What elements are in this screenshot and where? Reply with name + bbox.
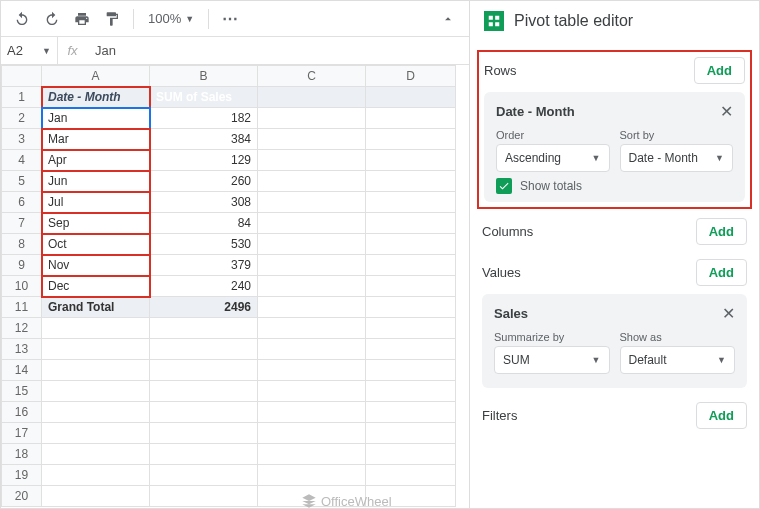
cell[interactable] bbox=[366, 318, 456, 339]
cell[interactable] bbox=[258, 381, 366, 402]
col-header[interactable]: C bbox=[258, 66, 366, 87]
cell[interactable] bbox=[366, 465, 456, 486]
cell[interactable]: 530 bbox=[150, 234, 258, 255]
cell[interactable] bbox=[258, 318, 366, 339]
row-header[interactable]: 2 bbox=[2, 108, 42, 129]
col-header[interactable]: A bbox=[42, 66, 150, 87]
row-header[interactable]: 6 bbox=[2, 192, 42, 213]
add-values-button[interactable]: Add bbox=[696, 259, 747, 286]
formula-input[interactable]: Jan bbox=[87, 43, 469, 58]
cell[interactable] bbox=[150, 381, 258, 402]
row-header[interactable]: 1 bbox=[2, 87, 42, 108]
cell[interactable]: Sep bbox=[42, 213, 150, 234]
cell[interactable] bbox=[150, 423, 258, 444]
cell[interactable] bbox=[150, 486, 258, 507]
name-box[interactable]: A2 ▼ bbox=[1, 43, 57, 58]
select-all-corner[interactable] bbox=[2, 66, 42, 87]
cell[interactable] bbox=[42, 423, 150, 444]
sortby-dropdown[interactable]: Date - Month ▼ bbox=[620, 144, 734, 172]
cell[interactable]: Dec bbox=[42, 276, 150, 297]
row-header[interactable]: 7 bbox=[2, 213, 42, 234]
cell[interactable] bbox=[42, 339, 150, 360]
cell[interactable] bbox=[258, 255, 366, 276]
close-icon[interactable]: ✕ bbox=[722, 304, 735, 323]
cell[interactable] bbox=[366, 108, 456, 129]
more-button[interactable]: ⋯ bbox=[217, 6, 243, 32]
cell[interactable] bbox=[366, 129, 456, 150]
cell[interactable] bbox=[366, 192, 456, 213]
cell[interactable] bbox=[366, 276, 456, 297]
cell[interactable] bbox=[42, 486, 150, 507]
cell[interactable] bbox=[150, 465, 258, 486]
cell[interactable]: SUM of Sales bbox=[150, 87, 258, 108]
cell[interactable] bbox=[150, 360, 258, 381]
row-header[interactable]: 13 bbox=[2, 339, 42, 360]
cell[interactable]: Oct bbox=[42, 234, 150, 255]
cell[interactable]: 129 bbox=[150, 150, 258, 171]
cell[interactable] bbox=[42, 360, 150, 381]
row-header[interactable]: 8 bbox=[2, 234, 42, 255]
cell[interactable]: Jul bbox=[42, 192, 150, 213]
add-columns-button[interactable]: Add bbox=[696, 218, 747, 245]
cell[interactable] bbox=[258, 339, 366, 360]
cell[interactable]: Apr bbox=[42, 150, 150, 171]
cell[interactable]: 308 bbox=[150, 192, 258, 213]
cell[interactable] bbox=[366, 297, 456, 318]
cell[interactable]: 379 bbox=[150, 255, 258, 276]
cell[interactable]: Nov bbox=[42, 255, 150, 276]
row-header[interactable]: 10 bbox=[2, 276, 42, 297]
cell[interactable]: Mar bbox=[42, 129, 150, 150]
row-header[interactable]: 15 bbox=[2, 381, 42, 402]
show-totals-checkbox[interactable] bbox=[496, 178, 512, 194]
cell[interactable]: Date - Month bbox=[42, 87, 150, 108]
row-header[interactable]: 3 bbox=[2, 129, 42, 150]
spreadsheet-grid[interactable]: A B C D 1 Date - Month SUM of Sales 2 Ja… bbox=[1, 65, 469, 508]
add-filters-button[interactable]: Add bbox=[696, 402, 747, 429]
cell[interactable]: 384 bbox=[150, 129, 258, 150]
cell[interactable] bbox=[258, 234, 366, 255]
cell[interactable]: Grand Total bbox=[42, 297, 150, 318]
summarize-dropdown[interactable]: SUM ▼ bbox=[494, 346, 610, 374]
row-header[interactable]: 14 bbox=[2, 360, 42, 381]
redo-button[interactable] bbox=[39, 6, 65, 32]
cell[interactable] bbox=[258, 423, 366, 444]
cell[interactable] bbox=[42, 444, 150, 465]
row-header[interactable]: 5 bbox=[2, 171, 42, 192]
cell[interactable] bbox=[258, 108, 366, 129]
col-header[interactable]: B bbox=[150, 66, 258, 87]
cell[interactable] bbox=[366, 213, 456, 234]
zoom-dropdown[interactable]: 100% ▼ bbox=[142, 11, 200, 26]
cell[interactable] bbox=[150, 318, 258, 339]
cell[interactable] bbox=[150, 339, 258, 360]
cell[interactable] bbox=[366, 402, 456, 423]
cell[interactable] bbox=[258, 171, 366, 192]
row-header[interactable]: 20 bbox=[2, 486, 42, 507]
cell[interactable] bbox=[258, 213, 366, 234]
cell[interactable] bbox=[258, 465, 366, 486]
cell-selected[interactable]: Jan bbox=[42, 108, 150, 129]
cell[interactable] bbox=[258, 297, 366, 318]
cell[interactable] bbox=[258, 276, 366, 297]
cell[interactable] bbox=[258, 192, 366, 213]
row-header[interactable]: 17 bbox=[2, 423, 42, 444]
cell[interactable] bbox=[366, 339, 456, 360]
cell[interactable] bbox=[366, 360, 456, 381]
cell[interactable] bbox=[366, 444, 456, 465]
showas-dropdown[interactable]: Default ▼ bbox=[620, 346, 736, 374]
cell[interactable] bbox=[258, 444, 366, 465]
cell[interactable] bbox=[366, 171, 456, 192]
row-header[interactable]: 9 bbox=[2, 255, 42, 276]
add-rows-button[interactable]: Add bbox=[694, 57, 745, 84]
cell[interactable] bbox=[42, 318, 150, 339]
print-button[interactable] bbox=[69, 6, 95, 32]
cell[interactable] bbox=[258, 150, 366, 171]
row-header[interactable]: 11 bbox=[2, 297, 42, 318]
cell[interactable] bbox=[366, 381, 456, 402]
cell[interactable]: Jun bbox=[42, 171, 150, 192]
cell[interactable] bbox=[258, 87, 366, 108]
row-header[interactable]: 18 bbox=[2, 444, 42, 465]
cell[interactable] bbox=[42, 381, 150, 402]
cell[interactable] bbox=[150, 444, 258, 465]
cell[interactable] bbox=[258, 129, 366, 150]
undo-button[interactable] bbox=[9, 6, 35, 32]
